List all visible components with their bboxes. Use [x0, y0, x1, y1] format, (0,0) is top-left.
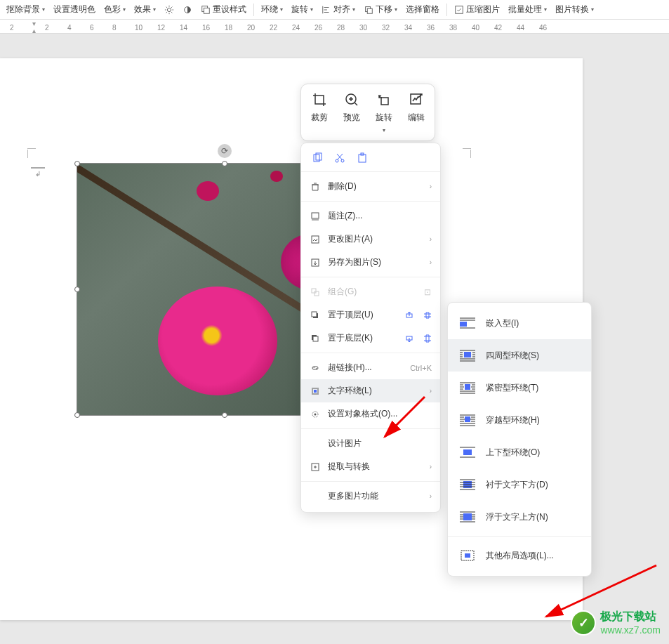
back-variant2-icon[interactable] — [422, 333, 433, 344]
select-pane-button[interactable]: 选择窗格 — [402, 2, 443, 17]
effect-button[interactable]: 效果▾ — [131, 2, 159, 17]
resize-handle-w[interactable] — [74, 287, 80, 292]
ctx-more-pic[interactable]: 更多图片功能 › — [301, 485, 440, 508]
brightness-icon[interactable] — [161, 4, 178, 16]
text-wrap-icon — [310, 386, 321, 397]
svg-rect-39 — [465, 553, 470, 558]
send-back-icon — [310, 333, 321, 344]
resize-handle-nw[interactable] — [74, 161, 80, 166]
ruler-tick: 16 — [202, 24, 210, 32]
preview-button[interactable]: 预览 — [343, 91, 360, 133]
svg-rect-31 — [460, 322, 467, 327]
svg-rect-22 — [312, 312, 317, 317]
ctx-extract-convert[interactable]: 提取与转换 › — [301, 455, 440, 478]
wrap-topbottom-icon — [458, 445, 477, 460]
remove-bg-button[interactable]: 抠除背景▾ — [3, 2, 48, 17]
svg-rect-14 — [359, 155, 366, 162]
svg-rect-34 — [465, 416, 470, 422]
ctx-save-as-pic[interactable]: 另存为图片(S) › — [301, 251, 440, 274]
resize-handle-n[interactable] — [222, 161, 227, 166]
color-button[interactable]: 色彩▾ — [100, 2, 129, 17]
wrap-tight[interactable]: 紧密型环绕(T) — [448, 372, 591, 404]
resize-handle-sw[interactable] — [74, 412, 80, 418]
ctx-group: 组合(G) ⊡ — [301, 280, 440, 303]
ruler-tick: 12 — [157, 24, 165, 32]
resize-handle-s[interactable] — [222, 412, 227, 418]
copy-icon[interactable] — [311, 152, 324, 164]
ruler-tick: 18 — [225, 24, 232, 32]
reset-style-button[interactable]: 重设样式 — [197, 2, 250, 17]
ruler-tick: 46 — [539, 24, 547, 32]
rotate-handle[interactable]: ⟳ — [218, 144, 232, 158]
ctx-send-back[interactable]: 置于底层(K) — [301, 327, 440, 350]
wrap-through[interactable]: 穿越型环绕(H) — [448, 404, 591, 436]
svg-rect-33 — [465, 384, 470, 390]
back-variant1-icon[interactable] — [404, 333, 415, 344]
wrap-behind[interactable]: 衬于文字下方(D) — [448, 468, 591, 501]
ruler-tick: 30 — [359, 24, 367, 32]
group-icon — [310, 287, 321, 298]
ungroup-icon: ⊡ — [422, 287, 433, 298]
svg-rect-35 — [463, 449, 472, 455]
ruler-tick: 8 — [112, 24, 117, 32]
ctx-caption[interactable]: 题注(Z)... — [301, 204, 440, 228]
paragraph-marker: ↲ — [29, 167, 46, 178]
wrap-front-icon — [458, 509, 477, 525]
horizontal-ruler[interactable]: 2246810121416182022242628303234363840424… — [0, 20, 669, 34]
batch-button[interactable]: 批量处理▾ — [505, 2, 550, 17]
watermark: ✓ 极光下载站 www.xz7.com — [571, 610, 661, 636]
svg-rect-32 — [464, 352, 471, 357]
rotate-button[interactable]: 旋转▾ — [288, 2, 317, 17]
cut-icon[interactable] — [333, 152, 346, 164]
ruler-tick: 38 — [449, 24, 457, 32]
ctx-hyperlink[interactable]: 超链接(H)... Ctrl+K — [301, 356, 440, 379]
wrap-button[interactable]: 环绕▾ — [258, 2, 286, 17]
rotate-mini-button[interactable]: 旋转▾ — [376, 91, 392, 133]
svg-rect-3 — [204, 8, 209, 13]
front-variant1-icon[interactable] — [404, 310, 415, 321]
svg-rect-5 — [367, 8, 372, 13]
ruler-tick: 22 — [270, 24, 277, 32]
ruler-tick: 10 — [135, 24, 143, 32]
svg-rect-25 — [313, 336, 318, 341]
ctx-bring-front[interactable]: 置于顶层(U) — [301, 303, 440, 327]
ctx-delete[interactable]: 删除(D) › — [301, 175, 440, 198]
ruler-tick: 24 — [292, 24, 300, 32]
watermark-logo-icon: ✓ — [571, 610, 596, 636]
ruler-tick: 2 — [10, 24, 14, 32]
wrap-inline[interactable]: 嵌入型(I) — [448, 307, 591, 339]
ctx-design-pic[interactable]: 设计图片 — [301, 432, 440, 455]
set-transparent-button[interactable]: 设置透明色 — [50, 2, 99, 17]
change-pic-icon — [310, 234, 321, 245]
crop-button[interactable]: 裁剪 — [311, 91, 328, 133]
wrap-top-bottom[interactable]: 上下型环绕(O) — [448, 436, 591, 468]
send-down-button[interactable]: 下移▾ — [360, 2, 401, 17]
ruler-tick: 32 — [382, 24, 390, 32]
convert-button[interactable]: 图片转换▾ — [552, 2, 597, 17]
compress-button[interactable]: 压缩图片 — [451, 2, 503, 17]
edit-icon — [408, 91, 425, 108]
more-layout-icon — [458, 548, 477, 563]
ruler-tick: 44 — [517, 24, 524, 32]
wrap-square-icon — [458, 348, 477, 363]
contrast-icon[interactable] — [179, 4, 196, 16]
wrap-more-layout[interactable]: 其他布局选项(L)... — [448, 539, 591, 572]
ctx-text-wrap[interactable]: 文字环绕(L) › — [301, 379, 440, 402]
front-variant2-icon[interactable] — [422, 310, 433, 321]
ruler-tick: 14 — [180, 24, 187, 32]
format-icon — [310, 409, 321, 420]
crop-icon — [311, 91, 328, 108]
wrap-behind-icon — [458, 477, 477, 492]
ruler-tick: 26 — [314, 24, 322, 32]
edit-button[interactable]: 编辑 — [408, 91, 425, 133]
svg-rect-20 — [314, 291, 319, 296]
toolbar: 抠除背景▾ 设置透明色 色彩▾ 效果▾ 重设样式 环绕▾ 旋转▾ 对齐▾ 下移▾… — [0, 0, 669, 20]
watermark-title: 极光下载站 — [600, 610, 661, 624]
ctx-format-obj[interactable]: 设置对象格式(O)... — [301, 402, 440, 426]
wrap-square[interactable]: 四周型环绕(S) — [448, 339, 591, 372]
ctx-change-pic[interactable]: 更改图片(A) › — [301, 228, 440, 251]
image-mini-toolbar: 裁剪 预览 旋转▾ 编辑 — [300, 84, 435, 141]
align-button[interactable]: 对齐▾ — [318, 2, 359, 17]
paste-icon[interactable] — [356, 152, 369, 164]
wrap-front[interactable]: 浮于文字上方(N) — [448, 501, 591, 533]
